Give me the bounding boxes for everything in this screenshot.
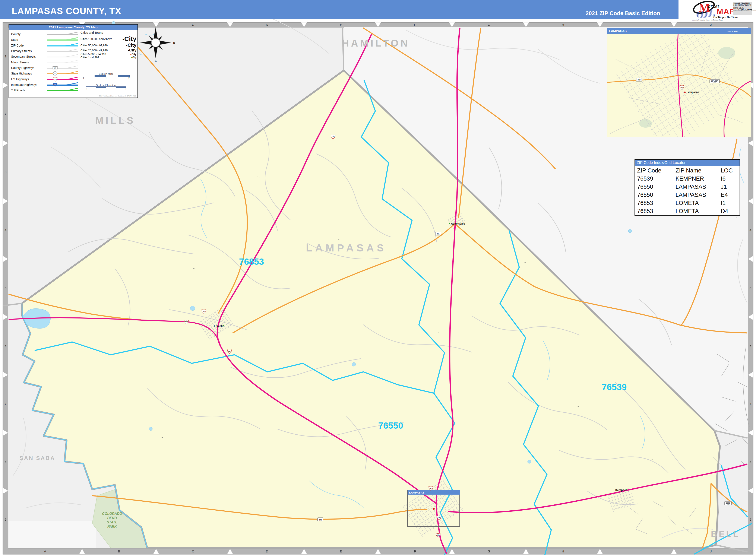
svg-text:C: C bbox=[192, 23, 194, 27]
town-label: Adamsville bbox=[451, 222, 465, 225]
zip-table-row: 76539KEMPNERI6 bbox=[637, 175, 740, 183]
legend-city-class: Cities 5,000 - 24,999●City bbox=[81, 52, 136, 56]
legend-city-class: Cities 100,000 and Above●City bbox=[81, 35, 136, 42]
svg-text:123: 123 bbox=[54, 73, 56, 74]
svg-text:183: 183 bbox=[202, 310, 205, 312]
svg-text:4: 4 bbox=[5, 228, 6, 232]
svg-text:123: 123 bbox=[54, 67, 56, 69]
inset-title: LAMPASAS bbox=[609, 29, 627, 33]
svg-text:E: E bbox=[340, 23, 342, 27]
svg-text:I: I bbox=[636, 23, 637, 27]
inset-city-label: Lampasas bbox=[686, 91, 699, 94]
svg-text:F: F bbox=[414, 23, 416, 27]
svg-text:281: 281 bbox=[429, 487, 432, 489]
state-highway-shield: 123 bbox=[53, 67, 57, 69]
town-dot-icon bbox=[626, 489, 627, 490]
legend-row: State bbox=[11, 37, 79, 42]
scale-miles: Scale in Miles012 bbox=[83, 73, 130, 79]
zip-table-body: ZIP CodeZIP NameLOC76539KEMPNERI676550LA… bbox=[635, 166, 740, 215]
scale-kilometers: Scale in Kilometers012 bbox=[86, 84, 126, 91]
svg-text:H: H bbox=[562, 23, 564, 27]
svg-text:190: 190 bbox=[228, 350, 231, 352]
svg-text:E: E bbox=[340, 549, 342, 553]
svg-text:8: 8 bbox=[5, 460, 6, 463]
svg-text:TEXAS: TEXAS bbox=[637, 80, 640, 81]
legend-row: County Highways123 bbox=[11, 65, 79, 71]
legend-city-class: Cities 50,000 - 99,999●City bbox=[81, 42, 136, 48]
zip-table-title: ZIP Code Index/Grid Locator bbox=[635, 160, 740, 166]
town-dot-icon bbox=[223, 325, 224, 327]
zip-table-row: 76550LAMPASASJ1 bbox=[637, 183, 740, 191]
svg-text:123: 123 bbox=[53, 78, 56, 80]
svg-text:LAMPASAS: LAMPASAS bbox=[409, 491, 424, 494]
svg-text:H: H bbox=[562, 549, 564, 553]
zip-table-header: ZIP CodeZIP NameLOC bbox=[637, 167, 740, 175]
state-highway-shield: 123 bbox=[53, 72, 57, 75]
legend-cities: Cities and Towns Cities 100,000 and Abov… bbox=[81, 31, 136, 59]
svg-text:TEXAS: TEXAS bbox=[713, 82, 716, 83]
state-highway-shield: 580TEXAS bbox=[318, 518, 323, 521]
svg-text:D: D bbox=[266, 549, 268, 553]
svg-text:J: J bbox=[710, 23, 712, 27]
svg-text:TEXAS: TEXAS bbox=[726, 504, 729, 505]
town-label: Kempner bbox=[615, 488, 627, 492]
inset-body: 580TEXAS183257-LOOPTEXASLampasas bbox=[607, 34, 751, 137]
svg-text:257-LOOP: 257-LOOP bbox=[711, 80, 718, 82]
svg-text:B: B bbox=[118, 549, 120, 553]
svg-text:281: 281 bbox=[436, 534, 439, 536]
svg-text:3: 3 bbox=[750, 170, 751, 174]
svg-text:TEXAS: TEXAS bbox=[319, 520, 322, 521]
page: LAMPASAS COUNTY, TX 2021 ZIP Code Basic … bbox=[0, 0, 756, 555]
legend-line-items: CountyStateZIP CodePrimary StreetsSecond… bbox=[11, 31, 79, 93]
legend-row: US Highways123 bbox=[11, 76, 79, 82]
county-name-label: LAMPASAS bbox=[306, 242, 387, 254]
cities-header: Cities and Towns bbox=[81, 31, 136, 34]
svg-text:5: 5 bbox=[5, 286, 6, 290]
svg-text:6: 6 bbox=[750, 344, 751, 347]
svg-text:7: 7 bbox=[5, 402, 6, 405]
county-label: SAN SABA bbox=[19, 455, 55, 461]
state-highway-shield: 2808TEXAS bbox=[725, 502, 731, 505]
legend-row: Interstate Highways123 bbox=[11, 82, 79, 88]
legend-copyright: 2021 © Intelligent Direct, Inc., Wellsbo… bbox=[99, 95, 136, 97]
zip-table-row: 76550LAMPASASE4 bbox=[637, 191, 740, 199]
svg-text:1: 1 bbox=[5, 54, 6, 58]
zip-table-row: 76853LOMETAI1 bbox=[637, 199, 740, 207]
legend-row: Minor Streets bbox=[11, 59, 79, 65]
county-label: MILLS bbox=[95, 115, 135, 126]
svg-text:2: 2 bbox=[5, 112, 6, 116]
svg-text:190: 190 bbox=[438, 517, 440, 519]
zip-table-row: 76853LOMETAD4 bbox=[637, 207, 740, 215]
town-label: Lometa bbox=[214, 325, 224, 328]
zip-code-label: 76550 bbox=[378, 421, 403, 431]
svg-text:183: 183 bbox=[680, 86, 683, 88]
inset-title-bar: LAMPASAS Scale in Miles0.51 bbox=[607, 28, 751, 34]
state-highway-shield: 123 bbox=[53, 83, 57, 86]
svg-text:F: F bbox=[414, 549, 416, 553]
svg-text:4: 4 bbox=[750, 228, 751, 232]
svg-text:E: E bbox=[173, 41, 175, 44]
svg-text:G: G bbox=[488, 23, 490, 27]
zip-code-label: 76853 bbox=[239, 257, 264, 267]
svg-text:J: J bbox=[710, 549, 712, 553]
zip-index-table: ZIP Code Index/Grid Locator ZIP CodeZIP … bbox=[634, 159, 740, 216]
svg-text:D: D bbox=[266, 23, 268, 27]
svg-text:S: S bbox=[155, 59, 157, 62]
svg-text:123: 123 bbox=[54, 84, 56, 86]
inset-map: LAMPASAS Scale in Miles0.51 580TEXAS1832… bbox=[607, 28, 751, 137]
svg-text:8: 8 bbox=[750, 460, 751, 463]
svg-text:3: 3 bbox=[5, 170, 6, 174]
legend-row: County bbox=[11, 31, 79, 37]
legend-row: Toll Roads bbox=[11, 88, 79, 93]
svg-text:I: I bbox=[636, 549, 637, 553]
us-highway-shield: 123 bbox=[53, 78, 57, 82]
svg-text:TEXAS: TEXAS bbox=[436, 234, 439, 235]
legend-row: State Highways123 bbox=[11, 71, 79, 76]
legend-box: 2021 Lampasas County, TX Map CountyState… bbox=[8, 24, 138, 98]
state-highway-shield: 581TEXAS bbox=[435, 232, 441, 235]
legend-row: Primary Streets bbox=[11, 48, 79, 54]
city-dot-icon bbox=[684, 92, 686, 93]
svg-text:5: 5 bbox=[750, 286, 751, 290]
svg-text:6: 6 bbox=[5, 344, 6, 347]
county-label: BELL bbox=[711, 529, 740, 539]
